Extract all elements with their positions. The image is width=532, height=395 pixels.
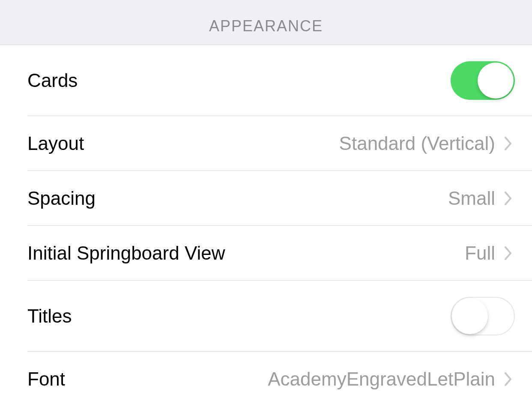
row-spacing-right: Small: [448, 188, 515, 209]
row-spacing-value: Small: [448, 188, 495, 209]
row-initial-springboard-view-label: Initial Springboard View: [27, 242, 225, 264]
row-titles-label: Titles: [27, 305, 72, 327]
toggle-knob: [478, 63, 514, 99]
row-font-value: AcademyEngravedLetPlain: [268, 368, 495, 390]
section-header-appearance: APPEARANCE: [0, 0, 532, 45]
row-titles[interactable]: Titles: [0, 281, 532, 352]
row-layout[interactable]: Layout Standard (Vertical): [0, 116, 532, 171]
chevron-right-icon: [502, 244, 515, 263]
settings-group-appearance: Cards Layout Standard (Vertical) Spacing…: [0, 45, 532, 395]
chevron-right-icon: [502, 189, 515, 208]
row-cards-right: [451, 61, 515, 100]
row-initial-springboard-view-right: Full: [465, 242, 515, 264]
row-cards-label: Cards: [27, 70, 78, 91]
row-font-right: AcademyEngravedLetPlain: [268, 368, 515, 390]
row-spacing-label: Spacing: [27, 188, 96, 209]
row-font[interactable]: Font AcademyEngravedLetPlain: [0, 352, 532, 395]
row-initial-springboard-view[interactable]: Initial Springboard View Full: [0, 226, 532, 281]
toggle-cards[interactable]: [451, 61, 515, 100]
row-font-label: Font: [27, 368, 65, 390]
row-initial-springboard-view-value: Full: [465, 242, 495, 264]
toggle-knob: [452, 298, 488, 334]
chevron-right-icon: [502, 370, 515, 389]
row-layout-value: Standard (Vertical): [339, 133, 495, 154]
row-cards[interactable]: Cards: [0, 45, 532, 116]
row-layout-label: Layout: [27, 133, 84, 154]
row-titles-right: [451, 297, 515, 335]
row-spacing[interactable]: Spacing Small: [0, 171, 532, 226]
toggle-titles[interactable]: [451, 297, 515, 335]
chevron-right-icon: [502, 134, 515, 153]
row-layout-right: Standard (Vertical): [339, 133, 515, 154]
